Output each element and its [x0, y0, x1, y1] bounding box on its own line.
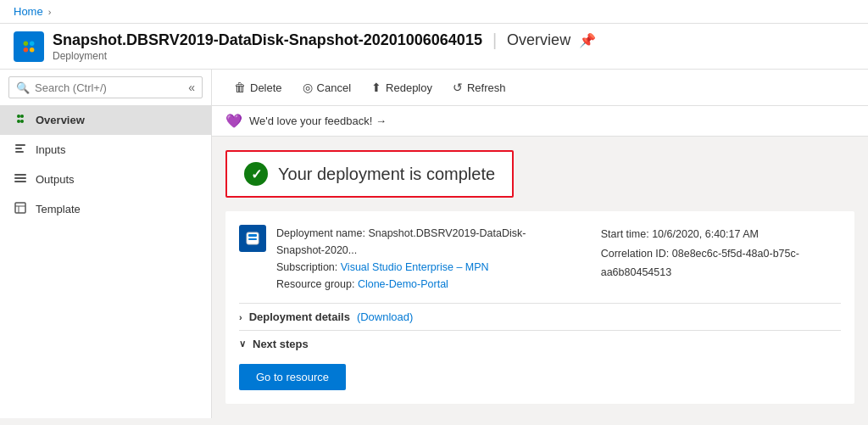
main-content: 🗑 Delete ◎ Cancel ⬆ Redeploy ↺ Refresh 💜… — [212, 70, 868, 418]
deployment-detail-text: Deployment name: Snapshot.DBSRV2019-Data… — [276, 225, 567, 293]
svg-point-5 — [20, 115, 24, 118]
svg-point-6 — [17, 120, 20, 123]
correlation-row: Correlation ID: 08e8ec6c-5f5d-48a0-b75c-… — [601, 244, 841, 282]
deployment-subscription-row: Subscription: Visual Studio Enterprise –… — [276, 259, 567, 276]
subscription-link[interactable]: Visual Studio Enterprise – MPN — [341, 261, 489, 273]
resource-title: Snapshot.DBSRV2019-DataDisk-Snapshot-202… — [53, 31, 482, 49]
sidebar-nav: Overview Inputs — [0, 105, 211, 224]
svg-rect-11 — [14, 174, 26, 176]
download-link[interactable]: (Download) — [357, 310, 413, 323]
deployment-name-label: Deployment name: — [276, 227, 365, 239]
start-time-value: 10/6/2020, 6:40:17 AM — [652, 228, 759, 240]
deployment-info-row: Deployment name: Snapshot.DBSRV2019-Data… — [239, 225, 841, 293]
toolbar: 🗑 Delete ◎ Cancel ⬆ Redeploy ↺ Refresh — [212, 70, 868, 106]
svg-rect-14 — [15, 203, 25, 213]
svg-point-1 — [30, 41, 34, 46]
delete-button[interactable]: 🗑 Delete — [225, 76, 291, 98]
feedback-bar: 💜 We'd love your feedback! → — [212, 106, 868, 137]
breadcrumb-sep: › — [48, 7, 52, 17]
redeploy-icon: ⬆ — [371, 81, 381, 94]
start-time-label: Start time: — [601, 228, 649, 240]
deployment-name-row: Deployment name: Snapshot.DBSRV2019-Data… — [276, 225, 567, 259]
sidebar-item-outputs[interactable]: Outputs — [0, 165, 211, 194]
svg-rect-18 — [248, 234, 257, 237]
svg-point-3 — [30, 47, 34, 51]
overview-icon — [14, 112, 27, 128]
success-banner: Your deployment is complete — [225, 150, 514, 198]
top-bar: Home › — [0, 0, 868, 24]
go-to-resource-button[interactable]: Go to resource — [239, 364, 346, 390]
deployment-detail: Deployment name: Snapshot.DBSRV2019-Data… — [239, 225, 567, 293]
sidebar-item-inputs-label: Inputs — [36, 143, 65, 156]
deployment-details-label: Deployment details — [249, 310, 350, 323]
resource-group-label: Resource group: — [276, 278, 354, 290]
sidebar-item-inputs[interactable]: Inputs — [0, 135, 211, 165]
sidebar-item-outputs-label: Outputs — [36, 173, 75, 186]
header-separator: | — [492, 31, 497, 50]
deployment-info-card: Deployment name: Snapshot.DBSRV2019-Data… — [225, 211, 854, 404]
resource-subtitle: Deployment — [53, 50, 596, 62]
outputs-icon — [14, 171, 27, 187]
next-steps-label: Next steps — [253, 338, 309, 350]
sidebar-item-template[interactable]: Template — [0, 194, 211, 224]
svg-point-0 — [24, 41, 28, 46]
svg-point-7 — [20, 120, 24, 123]
cancel-button[interactable]: ◎ Cancel — [294, 76, 359, 98]
feedback-text[interactable]: We'd love your feedback! → — [249, 115, 387, 127]
collapse-icon[interactable]: « — [188, 81, 195, 94]
svg-rect-10 — [15, 151, 24, 153]
page-label: Overview — [507, 31, 570, 49]
inputs-icon — [14, 142, 27, 158]
template-icon — [14, 201, 27, 217]
redeploy-button[interactable]: ⬆ Redeploy — [363, 76, 441, 98]
start-time-row: Start time: 10/6/2020, 6:40:17 AM — [601, 225, 841, 244]
deployment-details-chevron: › — [239, 312, 242, 322]
svg-point-2 — [24, 47, 28, 51]
breadcrumb-home[interactable]: Home — [14, 5, 43, 18]
sidebar-item-overview[interactable]: Overview — [0, 105, 211, 135]
search-icon: 🔍 — [16, 81, 30, 94]
next-steps-content: Go to resource — [239, 357, 841, 390]
svg-rect-9 — [15, 148, 22, 149]
search-box[interactable]: 🔍 « — [8, 76, 203, 98]
svg-rect-13 — [14, 181, 26, 182]
delete-icon: 🗑 — [234, 81, 246, 94]
subscription-label: Subscription: — [276, 261, 337, 273]
deployment-resource-icon — [239, 225, 266, 252]
correlation-label: Correlation ID: — [601, 248, 670, 260]
success-checkmark-icon — [244, 162, 268, 186]
breadcrumb: Home › — [14, 5, 56, 18]
deployment-rg-row: Resource group: Clone-Demo-Portal — [276, 276, 567, 293]
sidebar-item-overview-label: Overview — [36, 114, 85, 126]
svg-point-4 — [17, 115, 20, 118]
main-layout: 🔍 « Overview — [0, 70, 868, 418]
header-text: Snapshot.DBSRV2019-DataDisk-Snapshot-202… — [53, 31, 596, 62]
search-input[interactable] — [35, 81, 162, 94]
next-steps-section[interactable]: ∨ Next steps — [239, 330, 841, 357]
deployment-details-section[interactable]: › Deployment details (Download) — [239, 303, 841, 330]
svg-rect-8 — [15, 144, 25, 146]
refresh-icon: ↺ — [453, 81, 463, 94]
resource-group-link[interactable]: Clone-Demo-Portal — [358, 278, 448, 290]
feedback-icon: 💜 — [225, 113, 242, 129]
success-message: Your deployment is complete — [278, 165, 495, 184]
cancel-icon: ◎ — [303, 81, 313, 94]
deployment-icon — [14, 31, 44, 62]
svg-rect-19 — [248, 238, 257, 240]
pin-icon[interactable]: 📌 — [579, 32, 596, 48]
page-header: Snapshot.DBSRV2019-DataDisk-Snapshot-202… — [0, 24, 868, 70]
next-steps-chevron: ∨ — [239, 338, 246, 350]
refresh-button[interactable]: ↺ Refresh — [444, 76, 515, 98]
sidebar-item-template-label: Template — [36, 203, 81, 215]
content-area: Your deployment is complete — [212, 137, 868, 417]
deployment-time-info: Start time: 10/6/2020, 6:40:17 AM Correl… — [601, 225, 841, 293]
sidebar: 🔍 « Overview — [0, 70, 212, 418]
svg-rect-12 — [14, 177, 26, 179]
